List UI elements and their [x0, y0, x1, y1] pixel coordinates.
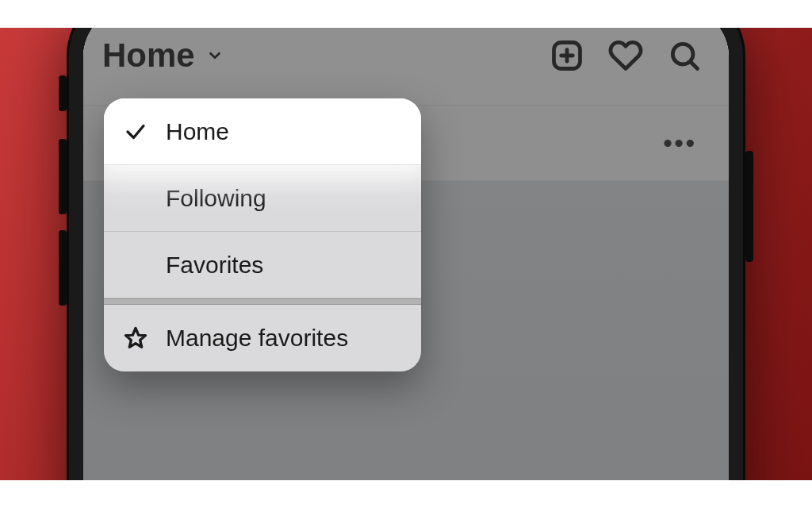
menu-item-label: Following [166, 185, 266, 212]
menu-item-label: Manage favorites [166, 325, 348, 352]
feed-selector-label: Home [102, 37, 195, 75]
create-post-button[interactable] [545, 33, 589, 78]
phone-power-button [745, 151, 753, 262]
phone-volume-down [59, 230, 67, 306]
top-bar: Home [83, 28, 729, 106]
background-band: Home [0, 28, 812, 480]
canvas: Home [0, 0, 812, 508]
phone-volume-up [59, 139, 67, 214]
check-icon [124, 120, 147, 144]
chevron-down-icon [206, 47, 224, 64]
svg-line-4 [691, 62, 698, 69]
search-icon [667, 38, 702, 73]
star-icon [124, 326, 147, 350]
menu-item-favorites[interactable]: Favorites [104, 232, 421, 298]
menu-item-manage-favorites[interactable]: Manage favorites [104, 305, 421, 371]
menu-item-following[interactable]: Following [104, 165, 421, 232]
search-button[interactable] [662, 33, 707, 78]
phone-screen: Home [83, 28, 729, 480]
post-more-button[interactable]: ••• [663, 129, 697, 158]
plus-square-icon [550, 38, 584, 73]
menu-item-home[interactable]: Home [104, 98, 421, 165]
menu-item-label: Favorites [166, 252, 263, 279]
feed-selector-menu: Home Following Favorites [104, 98, 421, 371]
svg-marker-5 [126, 329, 146, 348]
feed-selector-button[interactable]: Home [102, 37, 224, 75]
activity-button[interactable] [603, 33, 648, 78]
phone-frame: Home [69, 28, 743, 480]
menu-item-label: Home [166, 118, 229, 145]
phone-mute-switch [59, 75, 67, 111]
heart-icon [608, 38, 643, 73]
menu-separator [104, 298, 421, 305]
